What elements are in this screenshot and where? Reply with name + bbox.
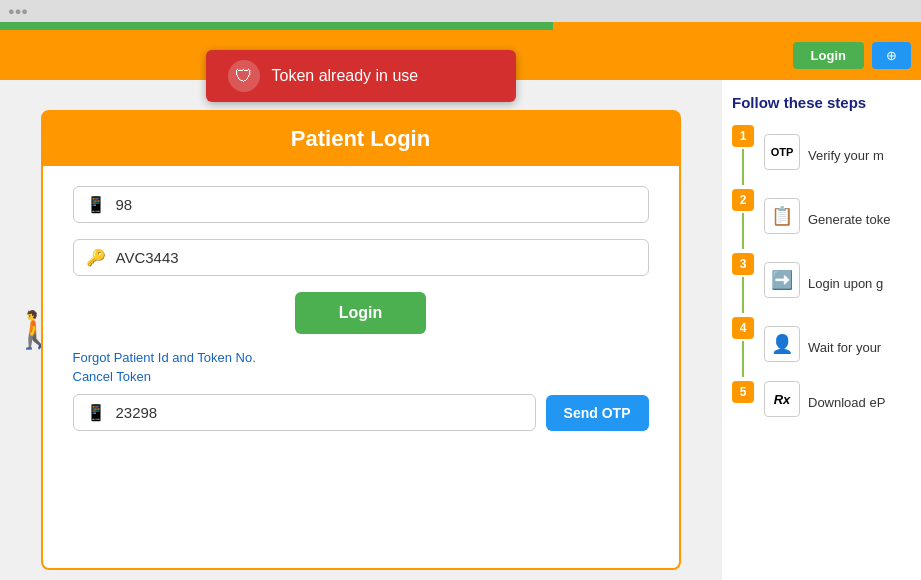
login-card-title: Patient Login	[43, 112, 679, 166]
step-5-left: 5	[732, 381, 754, 425]
step-3-line	[742, 277, 744, 313]
token-input-group: 🔑	[73, 239, 649, 276]
main-content: 🚶 🛡 Token already in use Patient Login 📱…	[0, 80, 921, 580]
step-3-icon: ➡️	[764, 262, 800, 298]
step-3-content: ➡️ Login upon g	[764, 253, 883, 307]
forgot-link[interactable]: Forgot Patient Id and Token No.	[73, 350, 649, 365]
step-2-left: 2	[732, 189, 754, 251]
login-button[interactable]: Login	[295, 292, 427, 334]
alert-shield-icon: 🛡	[228, 60, 260, 92]
step-5: 5 Rx Download eP	[732, 381, 911, 425]
login-card: Patient Login 📱 🔑 Login Forgot Patient I…	[41, 110, 681, 570]
alert-toast: 🛡 Token already in use	[206, 50, 516, 102]
step-3-num: 3	[732, 253, 754, 275]
patient-id-input-group: 📱	[73, 186, 649, 223]
step-4-content: 👤 Wait for your	[764, 317, 881, 371]
step-4-num: 4	[732, 317, 754, 339]
header-login-button[interactable]: Login	[793, 42, 864, 69]
step-4-left: 4	[732, 317, 754, 379]
step-1-left: 1	[732, 125, 754, 187]
step-1-text: Verify your m	[808, 142, 884, 163]
step-5-text: Download eP	[808, 389, 885, 410]
step-4-text: Wait for your	[808, 334, 881, 355]
otp-icon: 📱	[86, 403, 106, 422]
step-4: 4 👤 Wait for your	[732, 317, 911, 379]
patient-id-icon: 📱	[86, 195, 106, 214]
step-3-text: Login upon g	[808, 270, 883, 291]
step-1-content: OTP Verify your m	[764, 125, 884, 179]
step-2-content: 📋 Generate toke	[764, 189, 890, 243]
token-icon: 🔑	[86, 248, 106, 267]
header-extra-button[interactable]: ⊕	[872, 42, 911, 69]
login-card-body: 📱 🔑 Login Forgot Patient Id and Token No…	[43, 166, 679, 455]
step-2-num: 2	[732, 189, 754, 211]
step-1-num: 1	[732, 125, 754, 147]
step-3: 3 ➡️ Login upon g	[732, 253, 911, 315]
step-5-num: 5	[732, 381, 754, 403]
step-2-text: Generate toke	[808, 206, 890, 227]
send-otp-button[interactable]: Send OTP	[546, 395, 649, 431]
step-2: 2 📋 Generate toke	[732, 189, 911, 251]
cancel-link[interactable]: Cancel Token	[73, 369, 649, 384]
alert-message: Token already in use	[272, 67, 419, 85]
otp-input-group: 📱	[73, 394, 536, 431]
step-1: 1 OTP Verify your m	[732, 125, 911, 187]
step-2-icon: 📋	[764, 198, 800, 234]
step-1-line	[742, 149, 744, 185]
right-panel: Follow these steps 1 OTP Verify your m 2…	[721, 80, 921, 580]
step-2-line	[742, 213, 744, 249]
token-input[interactable]	[116, 249, 636, 266]
step-4-line	[742, 341, 744, 377]
step-5-content: Rx Download eP	[764, 381, 885, 417]
patient-id-input[interactable]	[116, 196, 636, 213]
otp-row: 📱 Send OTP	[73, 394, 649, 431]
top-stripe	[0, 22, 921, 30]
browser-bar: ●●●	[0, 0, 921, 22]
step-1-icon: OTP	[764, 134, 800, 170]
step-5-icon: Rx	[764, 381, 800, 417]
step-3-left: 3	[732, 253, 754, 315]
step-4-icon: 👤	[764, 326, 800, 362]
otp-input[interactable]	[116, 404, 523, 421]
shield-icon: 🛡	[235, 66, 253, 87]
steps-title: Follow these steps	[732, 94, 911, 111]
left-panel: 🛡 Token already in use Patient Login 📱 🔑	[0, 80, 721, 580]
